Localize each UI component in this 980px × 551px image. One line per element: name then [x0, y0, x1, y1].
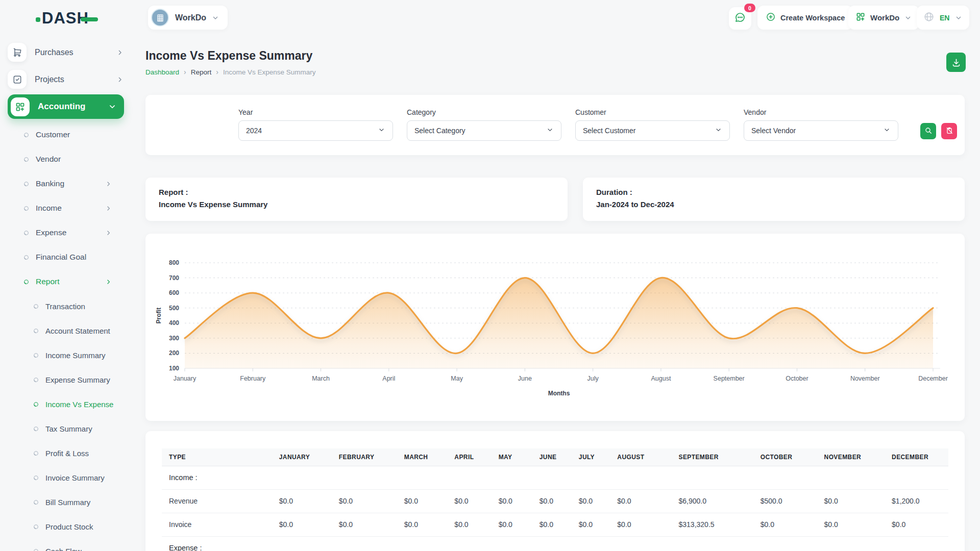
sidebar-subitem-bill-summary[interactable]: Bill Summary — [0, 490, 132, 514]
sidebar-item-financial-goal[interactable]: Financial Goal — [0, 245, 132, 269]
duration-label: Duration : — [596, 188, 951, 196]
table-header-row: TYPEJANUARYFEBRUARYMARCHAPRILMAYJUNEJULY… — [162, 448, 948, 466]
circle-bullet-icon — [33, 303, 39, 310]
svg-text:February: February — [240, 375, 266, 382]
chevron-right-icon — [105, 180, 112, 188]
sidebar-item-label: Tax Summary — [45, 424, 132, 433]
sidebar-item-label: Report — [36, 277, 105, 286]
breadcrumb-item-1[interactable]: Dashboard — [145, 68, 179, 76]
year-select[interactable]: 2024 — [238, 120, 393, 141]
app: { "brand": { "logo_text": "DASH" }, "hea… — [0, 0, 980, 551]
filter-actions — [915, 123, 957, 139]
language-selector[interactable]: EN — [917, 6, 969, 30]
workspace-pill[interactable]: WorkDo — [148, 6, 228, 30]
column-header-february: FEBRUARY — [332, 448, 397, 466]
sidebar-item-projects[interactable]: Projects — [8, 66, 124, 93]
workspace-switcher-button[interactable]: WorkDo — [848, 6, 919, 30]
report-value: Income Vs Expense Summary — [159, 200, 554, 209]
circle-bullet-icon — [33, 450, 39, 457]
column-header-may: MAY — [492, 448, 532, 466]
report-summary-card: Report : Income Vs Expense Summary — [145, 178, 568, 221]
sidebar-subitem-invoice-summary[interactable]: Invoice Summary — [0, 465, 132, 490]
sidebar-item-label: Cash Flow — [45, 547, 132, 551]
sidebar: DASH PurchasesProjects Accounting Custom… — [0, 0, 132, 551]
sidebar-top-items: PurchasesProjects — [8, 39, 124, 93]
svg-text:400: 400 — [169, 319, 179, 327]
sidebar-subitem-cash-flow[interactable]: Cash Flow — [0, 539, 132, 551]
sidebar-subitem-tax-summary[interactable]: Tax Summary — [0, 416, 132, 441]
chevron-right-icon — [116, 48, 124, 57]
sidebar-subitem-expense-summary[interactable]: Expense Summary — [0, 367, 132, 392]
chevron-down-icon — [108, 102, 117, 111]
sidebar-item-purchases[interactable]: Purchases — [8, 39, 124, 66]
column-header-december: DECEMBER — [885, 448, 948, 466]
svg-text:600: 600 — [169, 289, 179, 296]
row-value: $0.0 — [610, 513, 671, 536]
circle-bullet-icon — [23, 230, 30, 236]
duration-summary-card: Duration : Jan-2024 to Dec-2024 — [583, 178, 965, 221]
create-workspace-button[interactable]: Create Workspace — [757, 6, 853, 30]
category-select[interactable]: Select Category — [407, 120, 561, 141]
reset-button[interactable] — [941, 123, 957, 139]
circle-bullet-icon — [33, 352, 39, 359]
circle-bullet-icon — [23, 254, 30, 261]
sidebar-subitem-income-summary[interactable]: Income Summary — [0, 343, 132, 367]
clipboard-off-icon — [945, 127, 953, 136]
sidebar-subitem-account-statement[interactable]: Account Statement — [0, 318, 132, 343]
row-value: $313,320.5 — [672, 513, 753, 536]
sidebar-item-label: Expense — [36, 228, 105, 237]
svg-text:June: June — [518, 375, 532, 382]
check-square-icon — [8, 70, 27, 89]
row-value: $0.0 — [397, 489, 448, 513]
sidebar-item-accounting[interactable]: Accounting — [8, 94, 124, 119]
accounting-grid-icon — [11, 97, 30, 116]
table-section-row: Expense : — [162, 536, 948, 551]
income-expense-table: TYPEJANUARYFEBRUARYMARCHAPRILMAYJUNEJULY… — [162, 448, 948, 551]
sidebar-item-expense[interactable]: Expense — [0, 220, 132, 245]
column-header-march: MARCH — [397, 448, 448, 466]
filter-field-customer: CustomerSelect Customer — [575, 108, 730, 141]
sidebar-item-report[interactable]: Report — [0, 269, 132, 294]
search-icon — [924, 127, 933, 136]
svg-text:November: November — [850, 375, 880, 382]
brand-logo[interactable]: DASH — [36, 9, 98, 28]
svg-text:May: May — [451, 375, 463, 382]
workspace-switcher-label: WorkDo — [870, 13, 899, 22]
sidebar-item-banking[interactable]: Banking — [0, 171, 132, 196]
select-value: Select Customer — [583, 127, 715, 135]
sidebar-subitem-income-vs-expense[interactable]: Income Vs Expense — [0, 392, 132, 416]
customer-select[interactable]: Select Customer — [575, 120, 730, 141]
row-value: $0.0 — [272, 513, 332, 536]
chevron-down-icon — [904, 14, 912, 22]
download-button[interactable] — [946, 53, 966, 72]
svg-text:January: January — [174, 375, 197, 382]
cart-icon — [8, 43, 27, 62]
sidebar-subitem-profit-loss[interactable]: Profit & Loss — [0, 441, 132, 465]
svg-text:700: 700 — [169, 274, 179, 282]
chevron-right-icon — [105, 205, 112, 212]
row-value: $0.0 — [447, 489, 491, 513]
messages-button[interactable]: 0 — [729, 7, 751, 30]
chevron-down-icon — [211, 14, 219, 22]
chevron-down-icon — [546, 126, 554, 135]
sidebar-item-label: Customer — [36, 130, 132, 139]
sidebar-item-label: Income Summary — [45, 351, 132, 360]
breadcrumb-item-2[interactable]: Report — [191, 68, 212, 76]
breadcrumb-separator: › — [216, 68, 218, 76]
sidebar-item-vendor[interactable]: Vendor — [0, 147, 132, 171]
chat-bubble-icon — [734, 11, 746, 26]
column-header-july: JULY — [572, 448, 610, 466]
sidebar-item-customer[interactable]: Customer — [0, 122, 132, 147]
vendor-select[interactable]: Select Vendor — [744, 120, 898, 141]
sidebar-subitem-product-stock[interactable]: Product Stock — [0, 514, 132, 539]
chevron-right-icon — [105, 229, 112, 237]
sidebar-subitem-transaction[interactable]: Transaction — [0, 294, 132, 318]
income-expense-table-card: TYPEJANUARYFEBRUARYMARCHAPRILMAYJUNEJULY… — [145, 431, 965, 551]
breadcrumb-separator: › — [184, 68, 186, 76]
filter-label: Customer — [575, 108, 730, 116]
select-value: 2024 — [246, 127, 378, 135]
svg-text:100: 100 — [169, 365, 179, 372]
sidebar-item-label: Profit & Loss — [45, 449, 132, 458]
search-button[interactable] — [920, 123, 936, 139]
sidebar-item-income[interactable]: Income — [0, 196, 132, 220]
